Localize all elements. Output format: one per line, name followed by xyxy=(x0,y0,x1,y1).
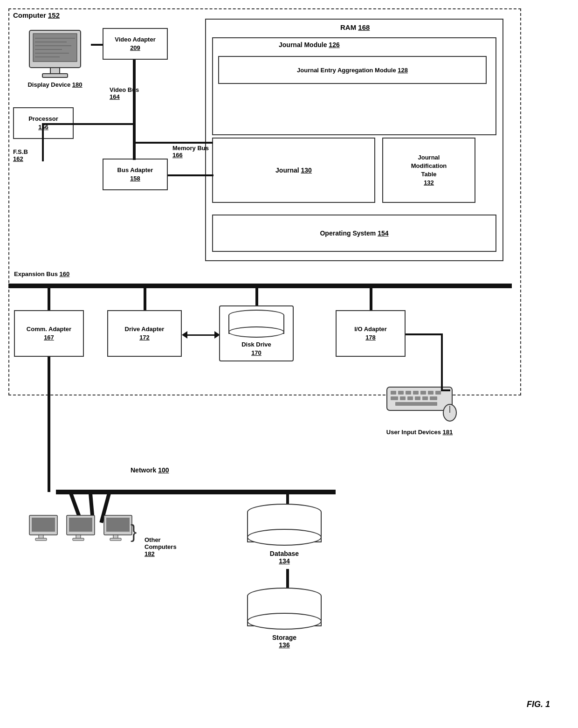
h-line-ba-ram xyxy=(168,174,213,176)
svg-rect-13 xyxy=(406,391,411,395)
computer-label: Computer 152 xyxy=(13,11,60,19)
display-device-area: Display Device 180 xyxy=(13,28,97,88)
jmt-box: JournalModificationTable132 xyxy=(382,138,475,203)
small-computer-icon-1 xyxy=(27,513,60,546)
jeam-box: Journal Entry Aggregation Module 128 xyxy=(218,56,487,84)
hline-io-ui xyxy=(406,333,443,335)
drive-adapter-box: Drive Adapter172 xyxy=(107,310,182,357)
comm-adapter-label: Comm. Adapter167 xyxy=(27,325,71,342)
journal-module-label: Journal Module 126 xyxy=(279,41,340,49)
svg-rect-22 xyxy=(422,396,428,400)
svg-rect-19 xyxy=(400,396,406,400)
disk-drive-box: Disk Drive170 xyxy=(219,305,294,361)
io-adapter-label: I/O Adapter178 xyxy=(354,325,387,342)
drive-adapter-label: Drive Adapter172 xyxy=(125,325,165,342)
ram-label: RAM 168 xyxy=(340,23,370,31)
svg-rect-21 xyxy=(415,396,420,400)
vline-comm xyxy=(48,288,50,312)
video-adapter-label: Video Adapter209 xyxy=(115,35,155,52)
monitor-icon xyxy=(25,28,85,79)
storage-area: Storage136 xyxy=(247,588,322,649)
arrow-da-dd xyxy=(182,331,220,339)
svg-rect-28 xyxy=(32,518,55,532)
svg-rect-1 xyxy=(33,34,77,62)
svg-rect-32 xyxy=(69,518,92,532)
svg-rect-24 xyxy=(395,402,437,406)
svg-rect-23 xyxy=(430,396,437,400)
memory-bus-label: Memory Bus166 xyxy=(172,145,209,159)
h-line-membus xyxy=(133,142,213,144)
arrow-head-left xyxy=(182,331,187,339)
h-line-proc-bus xyxy=(42,123,134,125)
fsb-label: F.S.B162 xyxy=(13,148,28,162)
svg-rect-36 xyxy=(106,518,130,532)
storage-cylinder-icon xyxy=(247,588,322,630)
vline-disk xyxy=(255,288,258,307)
database-cylinder-icon xyxy=(247,504,322,546)
network-label: Network 100 xyxy=(131,466,169,474)
expansion-bus-line xyxy=(8,284,512,288)
os-label: Operating System 154 xyxy=(320,229,388,237)
small-pc-3 xyxy=(102,513,134,546)
computers-brace: } xyxy=(131,522,137,541)
user-input-label: User Input Devices 181 xyxy=(382,429,457,436)
jmt-label: JournalModificationTable132 xyxy=(411,153,447,187)
vline-drive xyxy=(144,288,146,312)
jeam-label: Journal Entry Aggregation Module 128 xyxy=(297,67,408,74)
small-computer-icon-2 xyxy=(64,513,97,546)
h-line-display-va xyxy=(91,44,103,46)
svg-rect-15 xyxy=(420,391,426,395)
network-line xyxy=(56,490,336,494)
database-label: Database134 xyxy=(247,550,322,565)
small-computers-area xyxy=(27,513,134,546)
svg-rect-16 xyxy=(428,391,434,395)
vline-io xyxy=(370,288,372,312)
vline-comm-net xyxy=(48,357,50,492)
svg-rect-30 xyxy=(35,538,47,541)
disk-drive-label: Disk Drive170 xyxy=(241,340,271,357)
svg-rect-3 xyxy=(42,74,68,77)
diagram: Computer 152 RAM 168 Journal Module 126 … xyxy=(0,0,578,728)
svg-rect-12 xyxy=(398,391,404,395)
small-computer-icon-3 xyxy=(102,513,134,546)
svg-rect-17 xyxy=(435,391,441,395)
os-box: Operating System 154 xyxy=(212,215,496,252)
svg-rect-38 xyxy=(110,538,121,541)
svg-rect-11 xyxy=(391,391,396,395)
disk-cylinder-icon xyxy=(228,310,284,338)
vertical-bus-line xyxy=(133,60,136,160)
expansion-bus-label: Expansion Bus 160 xyxy=(14,270,69,277)
bus-adapter-label: Bus Adapter158 xyxy=(117,166,153,183)
other-computers-label: OtherComputers182 xyxy=(144,536,177,557)
journal-label: Journal 130 xyxy=(275,166,312,174)
journal-module-box xyxy=(212,37,496,135)
io-adapter-box: I/O Adapter178 xyxy=(336,310,406,357)
database-area: Database134 xyxy=(247,504,322,565)
h-line-ui2 xyxy=(441,389,450,391)
small-pc-1 xyxy=(27,513,60,546)
vline-ui xyxy=(441,333,443,389)
small-pc-2 xyxy=(64,513,97,546)
v-line-proc xyxy=(42,123,44,161)
svg-rect-14 xyxy=(413,391,419,395)
svg-rect-18 xyxy=(391,396,398,400)
arrow-line xyxy=(187,334,214,336)
svg-rect-20 xyxy=(407,396,413,400)
journal-box: Journal 130 xyxy=(212,138,375,203)
bus-adapter-box: Bus Adapter158 xyxy=(103,159,168,190)
comm-adapter-box: Comm. Adapter167 xyxy=(14,310,84,357)
storage-label: Storage136 xyxy=(247,634,322,649)
user-input-icon xyxy=(382,382,457,424)
svg-rect-34 xyxy=(73,538,84,541)
video-adapter-box: Video Adapter209 xyxy=(103,28,168,60)
fig-label: FIG. 1 xyxy=(527,700,550,709)
display-label: Display Device 180 xyxy=(13,81,97,88)
